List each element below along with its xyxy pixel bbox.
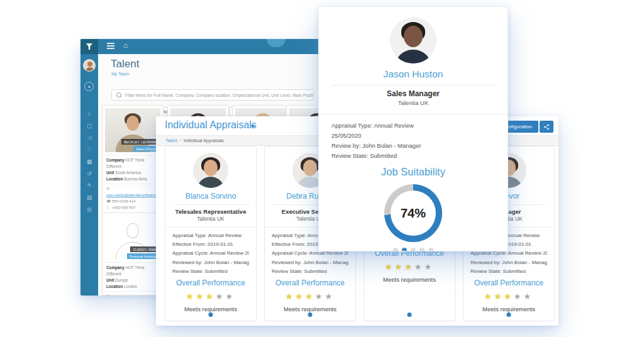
profile-info: Company HCP Think Different Unit Europe …	[103, 262, 163, 291]
star-filled-icon: ★	[385, 262, 395, 272]
carousel-dot[interactable]	[507, 312, 511, 317]
employee-name[interactable]: Blanca Sorvino	[165, 192, 256, 201]
page-subtitle[interactable]: My Team	[111, 72, 129, 76]
employee-avatar	[390, 17, 436, 64]
dashboard-icon[interactable]: ●	[84, 82, 94, 91]
carousel-dot[interactable]	[411, 248, 416, 251]
search-icon	[116, 92, 121, 98]
breadcrumb-parent[interactable]: Talent	[165, 138, 177, 143]
carousel-dot[interactable]	[408, 312, 412, 317]
window-title: Individual Appraisals	[165, 119, 257, 131]
carousel-dot[interactable]	[308, 312, 313, 317]
filter-search-input[interactable]: Filter items for Full Name, Company, Com…	[111, 89, 314, 101]
detail-line: Appraisal Type: Annual Review	[331, 121, 495, 131]
sidebar-icons: ○▢◁♡▦↺✎▤◎	[80, 108, 98, 216]
phone-icon: ☎	[106, 198, 112, 204]
mobile-number: +000-000-507	[112, 206, 136, 209]
detail-line: Review State: Submitted	[331, 151, 495, 161]
carousel-dot[interactable]	[402, 248, 407, 251]
job-suitability-title: Job Suitability	[319, 166, 508, 178]
user-icon[interactable]: ○	[80, 108, 98, 120]
star-empty-icon: ★	[523, 292, 533, 301]
employee-position: Sales Manager	[319, 89, 508, 98]
donut-value: 74%	[401, 206, 426, 221]
star-empty-icon: ★	[514, 292, 524, 301]
star-empty-icon: ★	[414, 262, 425, 272]
talentia-logo[interactable]	[80, 39, 98, 54]
star-filled-icon: ★	[286, 292, 296, 301]
appraisal-details: Appraisal Type: Annual ReviewEffective F…	[165, 227, 256, 276]
detail-line: Review State: Submitted	[470, 267, 547, 276]
star-filled-icon: ★	[206, 292, 216, 301]
history-icon[interactable]: ↺	[80, 168, 98, 180]
star-empty-icon: ★	[315, 292, 325, 301]
detail-line: Review State: Submitted	[272, 267, 348, 276]
detail-line: Appraisal Type: Annual Review	[172, 231, 249, 240]
star-filled-icon: ★	[494, 292, 504, 301]
overall-performance-title: Overall Performance	[464, 279, 554, 287]
star-empty-icon: ★	[325, 292, 335, 301]
contact-info: ✉a.clency@talentia.software.com ☎555-019…	[103, 291, 163, 296]
email-link[interactable]: user.usello@talentia.software.com	[106, 192, 157, 198]
star-empty-icon: ★	[225, 292, 235, 301]
detail-line: Reviewed by: John Bolan - Manager	[470, 258, 547, 267]
chevron-down-icon[interactable]	[250, 125, 255, 128]
rating-text: Meets requirements	[265, 306, 355, 312]
detail-line: Reviewed by: John Bolan - Manager	[272, 258, 348, 267]
share-icon	[543, 124, 550, 130]
mobile-icon: □	[106, 204, 112, 211]
overall-performance-title: Overall Performance	[165, 279, 256, 287]
profile-name-label: BECKLEY, LEONARD	[121, 139, 160, 145]
menu-icon[interactable]	[107, 43, 114, 50]
rating-text: Meets requirements	[364, 276, 455, 283]
briefcase-icon[interactable]: ▢	[80, 120, 98, 132]
rating-stars: ★★★★★	[464, 292, 554, 301]
carousel-dot[interactable]	[393, 248, 398, 251]
favorites-icon[interactable]: ♡	[80, 144, 98, 156]
phone-number: 555-0199-414	[112, 199, 135, 203]
settings-icon[interactable]: ◎	[80, 204, 98, 216]
rating-stars: ★★★★★	[364, 262, 455, 272]
share-button[interactable]	[540, 121, 553, 133]
star-filled-icon: ★	[305, 292, 315, 301]
job-suitability-donut: 74%	[384, 184, 442, 242]
sidebar: ● ○▢◁♡▦↺✎▤◎	[80, 54, 98, 296]
carousel-dot[interactable]	[428, 248, 433, 251]
overall-performance-title: Overall Performance	[265, 279, 355, 287]
app-header-bar: ⌂	[80, 39, 319, 54]
appraisal-card[interactable]: Blanca Sorvino Telesales Representative …	[165, 146, 257, 321]
star-filled-icon: ★	[186, 292, 196, 301]
star-filled-icon: ★	[404, 262, 414, 272]
employee-name[interactable]: Jason Huston	[319, 69, 508, 80]
profile-info: Company HCP Think Different Unit South A…	[103, 155, 163, 184]
position-tag[interactable]: Personal Assistant	[127, 253, 160, 259]
search-placeholder: Filter items for Full Name, Company, Com…	[125, 93, 313, 97]
detail-line: Review State: Submitted	[172, 267, 249, 276]
employee-company: Talentia UK	[165, 216, 256, 222]
email-icon: ✉	[106, 293, 112, 296]
detail-line: Appraisal Cycle: Annual Review 2019	[172, 249, 249, 258]
profile-photo-placeholder: CLENCY, ANNA Personal Assistant	[105, 216, 160, 260]
rating-stars: ★★★★★	[165, 292, 256, 301]
star-empty-icon: ★	[424, 262, 434, 272]
breadcrumb-current: Individual Appraisals	[184, 138, 224, 143]
detail-line: Reviewed by: John Bolan - Manager	[172, 258, 249, 267]
profile-card-clency[interactable]: CLENCY, ANNA Personal Assistant Company …	[102, 213, 164, 296]
appraisal-details: Appraisal Type: Annual Review25/05/2020R…	[319, 114, 508, 161]
calendar-icon[interactable]: ▤	[80, 192, 98, 204]
share-icon[interactable]: ◁	[80, 132, 98, 144]
star-filled-icon: ★	[504, 292, 514, 301]
star-filled-icon: ★	[484, 292, 494, 301]
home-icon[interactable]: ⌂	[123, 41, 128, 50]
carousel-dot[interactable]	[419, 248, 425, 251]
carousel-dots	[319, 248, 508, 251]
user-avatar[interactable]	[83, 59, 96, 72]
employee-avatar	[193, 153, 228, 188]
carousel-dot[interactable]	[209, 312, 213, 317]
rating-text: Meets requirements	[464, 306, 554, 312]
star-empty-icon: ★	[216, 292, 226, 301]
star-filled-icon: ★	[296, 292, 306, 301]
edit-icon[interactable]: ✎	[80, 180, 98, 192]
grid-icon[interactable]: ▦	[80, 156, 98, 168]
rating-stars: ★★★★★	[265, 292, 355, 301]
